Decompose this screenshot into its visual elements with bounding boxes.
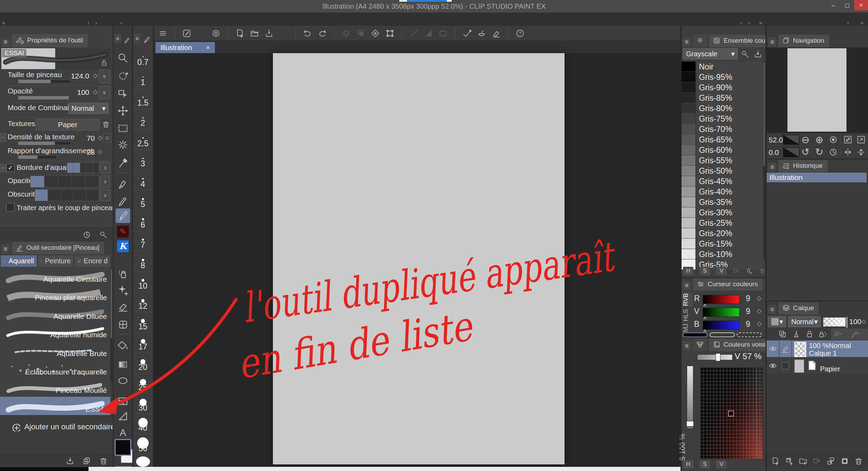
color-swatch-row-gris-50-[interactable]: Gris-50% <box>682 166 764 176</box>
sub-color-pill[interactable] <box>710 332 735 337</box>
brush-item-pinceau-plat-aquarelle[interactable]: Pinceau plat aquarelle <box>0 285 110 304</box>
brush-size-15[interactable]: 15 <box>133 312 153 333</box>
minimize-button[interactable]: – <box>826 0 840 10</box>
dock-arrow-icon[interactable]: ‹ <box>847 19 849 26</box>
texture-density-slider[interactable] <box>18 141 71 145</box>
brush-size-3[interactable]: 3 <box>133 149 153 170</box>
color-swatch-row-gris-45-[interactable]: Gris-45% <box>682 176 764 187</box>
color-swatch-row-gris-15-[interactable]: Gris-15% <box>682 239 764 249</box>
texture-button[interactable]: Paper <box>36 119 100 131</box>
dock-collapse-icon[interactable]: « <box>2 19 5 26</box>
opacity-value[interactable]: 100 <box>77 88 89 97</box>
redo-button[interactable] <box>317 28 327 38</box>
stepper-icon[interactable]: ◇ <box>757 295 761 302</box>
brush-size-7[interactable]: 7 <box>133 231 153 251</box>
fill-tool[interactable] <box>116 338 130 353</box>
magnification-slider[interactable] <box>18 155 57 159</box>
stepper-icon[interactable]: ◇ <box>93 88 98 96</box>
eraser-tool[interactable] <box>116 299 130 314</box>
chevron-right-icon[interactable]: › <box>100 176 110 188</box>
brush-size-6[interactable]: 6 <box>133 210 153 231</box>
channel-value-R[interactable]: 9 <box>746 294 750 303</box>
paste-button[interactable] <box>356 28 366 38</box>
brush-list-scrollbar[interactable] <box>110 267 112 382</box>
tab-tool-properties[interactable]: Propriétés de l'outil <box>12 34 88 47</box>
sub-tool-tab-peinture[interactable]: Peinture <box>37 255 74 267</box>
zoom-out-icon[interactable]: ⊖ <box>801 134 809 146</box>
color-swatch-row-gris-30-[interactable]: Gris-30% <box>682 207 764 218</box>
brush-item--claboussure-d-aquarelle[interactable]: Éclaboussure d'aquarelle <box>0 360 110 378</box>
color-swatch-row-gris-80-[interactable]: Gris-80% <box>682 103 764 114</box>
channel-slider-R[interactable] <box>703 295 740 304</box>
rotate-right-icon[interactable]: ↻ <box>815 146 823 158</box>
rectd-button[interactable] <box>438 28 448 38</box>
color-swatch-row-gris-25-[interactable]: Gris-25% <box>682 218 764 229</box>
lined-button[interactable] <box>409 28 419 38</box>
gradient-tool[interactable] <box>116 357 130 372</box>
chip-s[interactable]: S <box>700 267 710 275</box>
filldiamond-button[interactable] <box>370 28 380 38</box>
dock-arrow-icon[interactable]: ‹ <box>740 19 742 26</box>
dock-expand-icon[interactable]: » <box>860 19 863 26</box>
panel-menu-icon[interactable]: ≡ <box>683 341 691 350</box>
object-tool[interactable] <box>116 86 130 101</box>
post-process-checkbox[interactable] <box>6 203 15 212</box>
color-swatch-row-gris-10-[interactable]: Gris-10% <box>682 249 764 260</box>
tab-color-wheel[interactable] <box>693 35 707 47</box>
neighbor-color-grid[interactable] <box>700 367 763 459</box>
layer-blend-dropdown[interactable]: Normal▾ <box>788 316 821 327</box>
brush-size-12[interactable]: 12 <box>133 292 153 313</box>
close-tab-icon[interactable]: × <box>206 44 210 52</box>
navigation-viewport[interactable] <box>767 48 868 133</box>
zoom-in-icon[interactable]: ⊕ <box>815 134 823 146</box>
panel-menu-icon[interactable]: ≡ <box>1 38 10 47</box>
brush-size-20[interactable]: 20 <box>133 353 153 373</box>
rotation-value[interactable]: 0.0 <box>769 148 779 157</box>
expand-options-button[interactable]: » <box>99 70 110 83</box>
stepper-icon[interactable]: ◇ <box>757 320 761 328</box>
brush-size-0.7[interactable]: 0.7 <box>133 48 153 68</box>
stepper-icon[interactable]: ◇ <box>757 307 761 315</box>
watercolor-edge-checkbox[interactable]: ✓ <box>6 164 15 172</box>
tab-color-slider[interactable]: Curseur couleurs <box>693 278 763 291</box>
foreground-color-swatch[interactable] <box>115 439 131 456</box>
tab-sub-tool[interactable]: Outil secondaire [Pinceau] <box>12 242 104 254</box>
chip-h[interactable]: H <box>683 267 693 275</box>
trifill-button[interactable] <box>424 28 433 38</box>
help-button[interactable] <box>515 28 525 38</box>
document-tab[interactable]: Illustration × <box>156 42 215 53</box>
draft-checkbox[interactable] <box>782 362 789 369</box>
decoration-tool[interactable]: ✎ <box>116 224 130 239</box>
brush-item-essai[interactable]: ESSAI <box>0 397 110 415</box>
color-swatch-row-gris-85-[interactable]: Gris-85% <box>682 93 764 104</box>
transform-button[interactable] <box>385 28 395 38</box>
chevron-right-icon[interactable]: › <box>100 189 110 201</box>
dock-arrow-icon[interactable]: ‹ <box>87 19 90 26</box>
figure-tool[interactable] <box>116 373 130 388</box>
brush-item-pinceau-mouill-[interactable]: Pinceau Mouillé <box>0 378 110 397</box>
brush-size-40[interactable]: 40 <box>133 414 153 435</box>
dock-arrow-icon[interactable]: › <box>95 19 97 26</box>
color-mode-hls[interactable]: HLS <box>682 308 693 322</box>
brush-size-50[interactable]: 50 <box>133 434 153 455</box>
color-swatch-row-gris-55-[interactable]: Gris-55% <box>682 155 764 166</box>
stepper-icon[interactable]: ◇ <box>98 134 102 141</box>
layer-row-calque-1[interactable]: 100 %Normal Calque 1 <box>767 340 868 357</box>
canvas[interactable] <box>273 53 565 464</box>
brush-size-60[interactable] <box>133 454 153 469</box>
brush-item-aquarelle-circulaire[interactable]: Aquarelle Circulaire <box>0 267 110 286</box>
brush-size-value[interactable]: 124.0 <box>71 72 89 80</box>
frame-tool[interactable] <box>116 394 130 408</box>
airbrush-tool[interactable] <box>116 267 130 281</box>
tab-history[interactable]: Historique <box>778 160 828 172</box>
watercolor-edge-level[interactable] <box>67 163 100 173</box>
color-swatch-row-gris-75-[interactable]: Gris-75% <box>682 114 764 124</box>
value-slider[interactable] <box>697 354 733 360</box>
channel-slider-V[interactable] <box>703 308 740 317</box>
brush-size-1[interactable]: 1 <box>133 68 153 89</box>
saturation-slider[interactable] <box>687 366 693 429</box>
tab-layers[interactable]: Calque <box>778 302 819 315</box>
stepper-icon[interactable]: ◇ <box>98 148 102 155</box>
undo-button[interactable] <box>303 28 312 38</box>
eyedropper-tool[interactable] <box>116 156 130 170</box>
